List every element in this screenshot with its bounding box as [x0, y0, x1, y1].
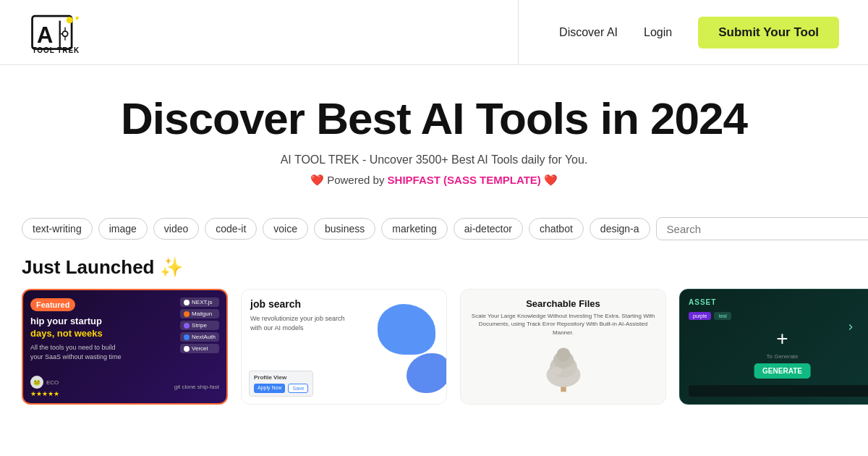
tree-svg [535, 341, 592, 395]
card-bottom: 🐸 ECO ★★★★★ git clone ship-fast [30, 376, 219, 397]
svg-point-6 [62, 31, 67, 36]
svg-text:A: A [37, 22, 53, 48]
tree-container [535, 341, 592, 395]
svg-point-16 [556, 347, 570, 361]
logo-vercel: Vercel [180, 344, 219, 353]
tag-design-a[interactable]: design-a [590, 218, 650, 240]
cards-row: Featured NEXT.js Mailgun Stripe NextAuth [0, 289, 868, 405]
tag-voice[interactable]: voice [263, 218, 308, 240]
heart-right: ❤️ [544, 174, 558, 186]
card-4-arrow-icon [846, 322, 856, 335]
search-box [656, 217, 868, 240]
hero-section: Discover Best AI Tools in 2024 AI TOOL T… [0, 65, 868, 217]
featured-badge: Featured [30, 298, 75, 311]
svg-point-2 [67, 17, 73, 23]
card-git: git clone ship-fast [174, 384, 219, 390]
tag-video[interactable]: video [153, 218, 199, 240]
search-input[interactable] [667, 223, 868, 235]
card-4-label: ASSET [689, 298, 868, 306]
hero-subtitle: AI TOOL TREK - Uncover 3500+ Best AI Too… [29, 153, 839, 166]
card-job-search[interactable]: job search We revolutionize your job sea… [241, 289, 447, 405]
header-nav: Discover AI Login Submit Your Tool [503, 0, 839, 65]
heart-left: ❤️ [310, 174, 324, 186]
card-4-tag-purple: purple [689, 312, 711, 320]
card-searchable-files[interactable]: Searchable Files Scale Your Large Knowle… [460, 289, 666, 405]
nav-divider [518, 0, 519, 65]
card-2-ui-box: Profile View Apply Now Save [249, 371, 313, 397]
card-asset-generate[interactable]: ASSET purple teal + To Generate GENERATE [679, 289, 868, 405]
svg-point-18 [564, 366, 575, 373]
svg-point-17 [551, 367, 562, 375]
card-headline-highlight: days, not weeks [30, 328, 103, 339]
logo-nextjs: NEXT.js [180, 297, 219, 307]
card-4-sub-text: To Generate [689, 353, 868, 360]
tag-marketing[interactable]: marketing [381, 218, 447, 240]
tag-chatbot[interactable]: chatbot [529, 218, 584, 240]
card-2-desc: We revolutionize your job searchwith our… [250, 314, 366, 332]
logo-area: A ✦ TOOL TREK [29, 9, 101, 56]
card-2-apply-btn: Apply Now [254, 384, 285, 393]
card-4-bottom-bar [689, 385, 868, 397]
card-4-generate-btn[interactable]: GENERATE [754, 363, 811, 379]
card-4-tag-teal: teal [714, 312, 731, 320]
card-logos: NEXT.js Mailgun Stripe NextAuth Vercel [180, 297, 219, 353]
svg-text:TOOL TREK: TOOL TREK [33, 46, 80, 54]
card-3-desc: Scale Your Large Knowledge Without Inves… [469, 312, 657, 337]
logo-mailgun: Mailgun [180, 309, 219, 318]
section-label: Just Launched [22, 256, 154, 279]
login-link[interactable]: Login [644, 26, 672, 39]
logo: A ✦ TOOL TREK [29, 9, 101, 56]
filter-row: text-writing image video code-it voice b… [0, 217, 868, 240]
blob-1 [378, 304, 435, 355]
tag-text-writing[interactable]: text-writing [22, 218, 93, 240]
card-4-center-area: + To Generate GENERATE [689, 327, 868, 360]
card-2-save-btn: Save [288, 384, 308, 393]
card-4-plus-icon: + [689, 327, 868, 350]
section-emoji: ✨ [160, 256, 183, 279]
card-stars: ★★★★★ [30, 390, 59, 397]
tag-business[interactable]: business [314, 218, 375, 240]
tag-code-it[interactable]: code-it [205, 218, 257, 240]
submit-tool-button[interactable]: Submit Your Tool [698, 17, 839, 48]
logo-s: Stripe [180, 321, 219, 330]
shipfast-link[interactable]: SHIPFAST (SASS TEMPLATE) [388, 174, 541, 186]
card-3-title: Searchable Files [526, 298, 600, 309]
card-shipfast[interactable]: Featured NEXT.js Mailgun Stripe NextAuth [22, 289, 228, 405]
hero-title: Discover Best AI Tools in 2024 [29, 94, 839, 143]
section-title-just-launched: Just Launched ✨ [0, 240, 868, 289]
card-2-btn-row: Apply Now Save [254, 384, 308, 393]
discover-ai-link[interactable]: Discover AI [559, 26, 618, 39]
logo-svg: A ✦ TOOL TREK [29, 9, 101, 56]
hero-powered: ❤️ Powered by SHIPFAST (SASS TEMPLATE) ❤… [29, 174, 839, 187]
tag-ai-detector[interactable]: ai-detector [454, 218, 523, 240]
tag-image[interactable]: image [98, 218, 148, 240]
header: A ✦ TOOL TREK Discover AI Login Submit Y… [0, 0, 868, 65]
logo-nextauth: NextAuth [180, 332, 219, 342]
blob-2 [407, 353, 446, 393]
svg-text:✦: ✦ [74, 14, 80, 23]
